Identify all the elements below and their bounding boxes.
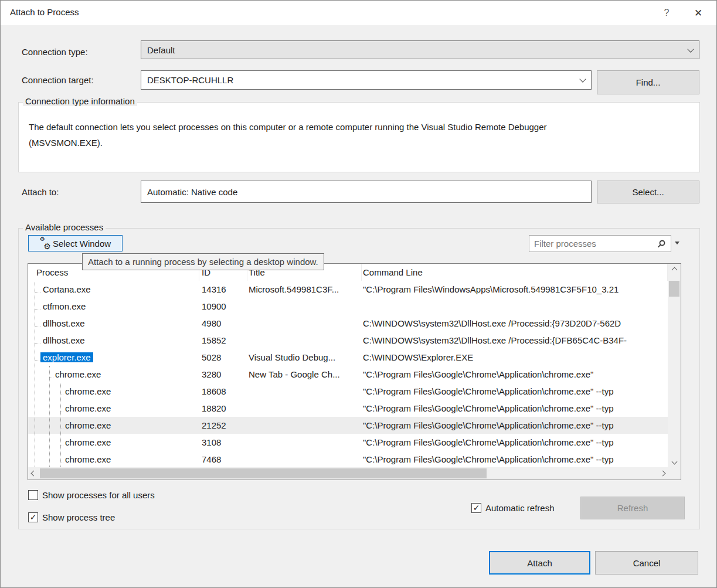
attach-to-process-dialog: Attach to Process ? ✕ Connection type: D… (0, 0, 717, 588)
select-window-tooltip: Attach to a running process by selecting… (82, 253, 324, 270)
process-command-line: "C:\Program Files\Google\Chrome\Applicat… (362, 386, 668, 396)
table-row[interactable]: ctfmon.exe10900 (28, 298, 668, 315)
connection-type-label: Connection type: (22, 47, 88, 57)
process-name[interactable]: ctfmon.exe (43, 301, 86, 311)
process-id: 10900 (199, 301, 247, 311)
scroll-down-icon[interactable] (668, 456, 681, 467)
select-window-button[interactable]: ⚙⚙ Select Window (28, 235, 123, 251)
process-id: 15852 (199, 335, 247, 345)
chevron-down-icon (687, 46, 694, 52)
process-name[interactable]: chrome.exe (65, 403, 111, 413)
connection-info-text: The default connection lets you select p… (29, 119, 685, 151)
connection-info-group-label: Connection type information (23, 96, 137, 106)
attach-to-value: Automatic: Native code (147, 187, 237, 197)
select-button[interactable]: Select... (597, 181, 699, 203)
show-process-tree-checkbox[interactable]: ✓ (28, 512, 38, 522)
help-icon[interactable]: ? (653, 1, 680, 25)
table-row[interactable]: chrome.exe3108"C:\Program Files\Google\C… (28, 434, 668, 451)
process-id: 14316 (199, 284, 247, 294)
process-list: Process ID Title Command Line Cortana.ex… (28, 263, 681, 480)
connection-type-value: Default (147, 45, 175, 55)
table-row[interactable]: chrome.exe7468"C:\Program Files\Google\C… (28, 451, 668, 467)
show-all-users-label: Show processes for all users (42, 490, 155, 500)
scroll-left-icon[interactable] (28, 467, 39, 480)
table-row[interactable]: chrome.exe3280New Tab - Google Ch..."C:\… (28, 366, 668, 383)
show-all-users-checkbox[interactable]: ✓ (28, 490, 38, 500)
scroll-up-icon[interactable] (668, 264, 681, 276)
process-id: 21252 (199, 420, 247, 430)
scrollbar-corner (668, 467, 681, 480)
table-row[interactable]: explorer.exe5028Visual Studio Debug...C:… (28, 349, 668, 366)
process-id: 18608 (199, 386, 247, 396)
connection-target-combobox[interactable]: DESKTOP-RCUHLLR (141, 70, 592, 90)
process-command-line: C:\WINDOWS\Explorer.EXE (362, 352, 668, 362)
horizontal-scroll-thumb[interactable] (40, 468, 487, 478)
process-name[interactable]: chrome.exe (65, 454, 111, 464)
process-name[interactable]: chrome.exe (55, 369, 101, 379)
process-command-line: "C:\Program Files\Google\Chrome\Applicat… (362, 403, 668, 413)
filter-placeholder: Filter processes (534, 239, 657, 249)
close-icon[interactable]: ✕ (685, 1, 712, 25)
connection-type-dropdown[interactable]: Default (141, 40, 699, 59)
process-rows: Cortana.exe14316Microsoft.549981C3F..."C… (28, 281, 668, 467)
process-id: 3108 (199, 437, 247, 447)
automatic-refresh-checkbox[interactable]: ✓ (471, 503, 481, 513)
attach-button[interactable]: Attach (489, 551, 590, 575)
cancel-button[interactable]: Cancel (595, 551, 698, 575)
process-list-content: Process ID Title Command Line Cortana.ex… (28, 264, 668, 467)
filter-dropdown-icon[interactable] (675, 242, 679, 244)
attach-to-label: Attach to: (22, 187, 59, 197)
process-id: 5028 (199, 352, 247, 362)
table-row[interactable]: chrome.exe18820"C:\Program Files\Google\… (28, 400, 668, 417)
process-name[interactable]: dllhost.exe (43, 318, 85, 328)
connection-target-value: DESKTOP-RCUHLLR (147, 75, 233, 85)
process-id: 18820 (199, 403, 247, 413)
automatic-refresh-label: Automatic refresh (485, 503, 555, 513)
process-name[interactable]: dllhost.exe (43, 335, 85, 345)
process-command-line: "C:\Program Files\Google\Chrome\Applicat… (362, 454, 668, 464)
process-id: 4980 (199, 318, 247, 328)
column-header-command-line[interactable]: Command Line (362, 264, 668, 281)
scroll-right-icon[interactable] (657, 467, 668, 480)
process-name[interactable]: Cortana.exe (43, 284, 91, 294)
process-command-line: "C:\Program Files\WindowsApps\Microsoft.… (362, 284, 668, 294)
show-process-tree-label: Show process tree (42, 512, 115, 522)
horizontal-scrollbar[interactable] (28, 467, 668, 480)
search-icon (657, 239, 666, 249)
process-title: Visual Studio Debug... (247, 352, 362, 362)
connection-info-group: Connection type information The default … (18, 102, 700, 172)
available-processes-group-label: Available processes (23, 222, 106, 232)
table-row[interactable]: chrome.exe18608"C:\Program Files\Google\… (28, 383, 668, 400)
vertical-scroll-thumb[interactable] (669, 281, 679, 297)
process-command-line: C:\WINDOWS\system32\DllHost.exe /Process… (362, 318, 668, 328)
process-command-line: "C:\Program Files\Google\Chrome\Applicat… (362, 420, 668, 430)
vertical-scrollbar[interactable] (668, 264, 681, 467)
dialog-title: Attach to Process (10, 7, 79, 17)
refresh-button[interactable]: Refresh (580, 497, 685, 519)
process-id: 3280 (199, 369, 247, 379)
automatic-refresh-row: ✓ Automatic refresh (471, 503, 555, 513)
process-command-line: C:\WINDOWS\system32\DllHost.exe /Process… (362, 335, 668, 345)
process-name[interactable]: chrome.exe (65, 437, 111, 447)
process-title: New Tab - Google Ch... (247, 369, 362, 379)
gears-icon: ⚙⚙ (40, 238, 50, 249)
process-name[interactable]: explorer.exe (40, 352, 93, 362)
show-process-tree-row: ✓ Show process tree (28, 512, 115, 522)
process-title: Microsoft.549981C3F... (247, 284, 362, 294)
chevron-down-icon (579, 76, 586, 82)
table-row[interactable]: dllhost.exe4980C:\WINDOWS\system32\DllHo… (28, 315, 668, 332)
connection-target-label: Connection target: (22, 75, 94, 85)
table-row[interactable]: dllhost.exe15852C:\WINDOWS\system32\DllH… (28, 332, 668, 349)
table-row[interactable]: Cortana.exe14316Microsoft.549981C3F..."C… (28, 281, 668, 298)
filter-processes-input[interactable]: Filter processes (529, 235, 671, 252)
find-button[interactable]: Find... (597, 70, 699, 94)
process-id: 7468 (199, 454, 247, 464)
process-name[interactable]: chrome.exe (65, 420, 111, 430)
table-row[interactable]: chrome.exe21252"C:\Program Files\Google\… (28, 417, 668, 434)
process-name[interactable]: chrome.exe (65, 386, 111, 396)
process-command-line: "C:\Program Files\Google\Chrome\Applicat… (362, 369, 668, 379)
title-bar: Attach to Process ? ✕ (1, 1, 716, 25)
attach-to-field[interactable]: Automatic: Native code (141, 181, 592, 203)
tree-guide-line (49, 366, 50, 467)
show-all-users-row: ✓ Show processes for all users (28, 490, 155, 500)
